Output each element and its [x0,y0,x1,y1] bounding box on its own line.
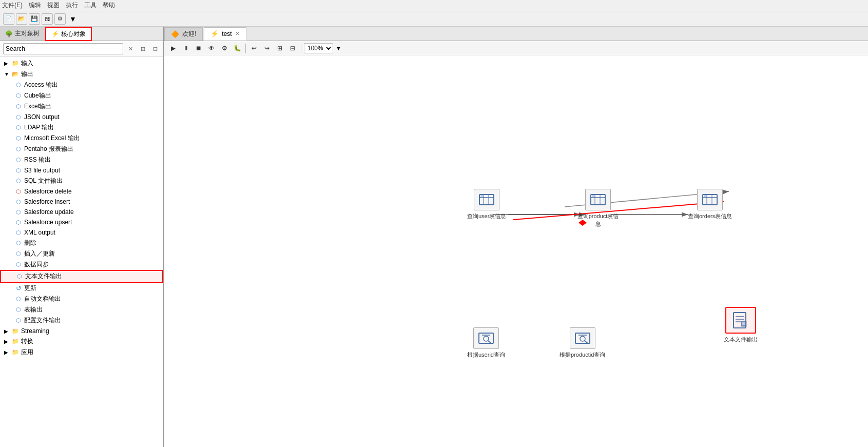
new-button[interactable]: 📄 [3,13,14,25]
redo-button[interactable]: ↪ [261,43,273,53]
menu-help[interactable]: 帮助 [103,1,115,10]
input-collapse-arrow[interactable]: ▶ [4,61,11,66]
settings-button[interactable]: ⚙ [54,13,66,25]
menu-tools[interactable]: 工具 [84,1,97,10]
search-bar: ✕ ⊞ ⊟ [0,41,163,57]
tree-container[interactable]: ▶ 📁 输入 ▼ 📂 输出 ⬡ Access 输出 ⬡ Cube输出 [0,57,163,447]
item-icon: ⬡ [14,92,23,100]
list-item[interactable]: ⬡ Pentaho 报表输出 [0,144,163,154]
menu-edit[interactable]: 编辑 [29,1,41,10]
list-item[interactable]: ⬡ 数据同步 [0,259,163,270]
tree-item-transform[interactable]: ▶ 📁 转换 [0,336,163,347]
grid-button[interactable]: ⊟ [287,43,298,53]
item-icon: ⬡ [14,306,23,314]
right-panel: 🔶 欢迎! ⚡ test ✕ ▶ ⏸ ⏹ 👁 ⚙ 🐛 ↩ ↪ ⊞ ⊟ 50% [164,27,868,447]
dropdown-arrow[interactable]: ▼ [69,15,76,23]
input-folder-icon: 📁 [11,60,20,68]
node-query-orders[interactable]: 查询orders表信息 [688,189,732,220]
list-item[interactable]: ⬡ Salesforce upsert [0,217,163,227]
tree-item-streaming[interactable]: ▶ 📁 Streaming [0,326,163,336]
core-objects-icon: ⚡ [51,30,59,37]
canvas-area[interactable]: 查询user表信息 查询product表信息 [164,55,868,447]
search-collapse-button[interactable]: ⊟ [150,44,160,54]
welcome-tab-label: 欢迎! [182,30,196,38]
app-label: 应用 [21,348,33,357]
tree-item-text-file-output[interactable]: ⬡ 文本文件输出 [0,270,163,283]
tab-test[interactable]: ⚡ test ✕ [204,27,246,41]
save-button[interactable]: 💾 [29,13,40,25]
menu-file[interactable]: 文件(E) [2,1,23,10]
open-button[interactable]: 📂 [16,13,27,25]
tree-item-output[interactable]: ▼ 📂 输出 [0,69,163,80]
separator [245,44,246,53]
list-item[interactable]: ↺ 更新 [0,283,163,294]
node-label: 文本文件输出 [724,336,758,343]
list-item[interactable]: ⬡ Salesforce update [0,207,163,217]
menu-view[interactable]: 视图 [47,1,60,10]
item-label: Salesforce delete [24,188,72,195]
svg-rect-23 [479,333,493,343]
item-icon: ↺ [14,284,23,293]
align-button[interactable]: ⊞ [274,43,285,53]
tree-item-input[interactable]: ▶ 📁 输入 [0,58,163,69]
search-clear-button[interactable]: ✕ [125,44,136,54]
saveas-button[interactable]: 🖫 [42,13,53,25]
undo-button[interactable]: ↩ [248,43,260,53]
item-label: XML output [24,229,55,236]
tree-item-app[interactable]: ▶ 📁 应用 [0,347,163,358]
node-query-user[interactable]: 查询user表信息 [467,189,506,220]
menu-run[interactable]: 执行 [66,1,78,10]
list-item[interactable]: ⬡ 配置文件输出 [0,315,163,326]
zoom-select[interactable]: 50% 75% 100% 125% 150% 200% [304,43,333,53]
list-item[interactable]: ⬡ 插入／更新 [0,248,163,259]
preview-button[interactable]: 👁 [206,43,217,53]
svg-point-28 [580,336,585,341]
list-item[interactable]: ⬡ SQL 文件输出 [0,176,163,186]
separator2 [301,44,301,53]
node-text-file-output[interactable]: 文本文件输出 [724,307,758,343]
list-item[interactable]: ⬡ S3 file output [0,165,163,176]
pause-button[interactable]: ⏸ [180,43,191,53]
run-button[interactable]: ▶ [167,43,179,53]
list-item[interactable]: ⬡ Microsoft Excel 输出 [0,133,163,144]
node-icon-box [570,327,595,349]
list-item[interactable]: ⬡ Access 输出 [0,80,163,90]
stop-button[interactable]: ⏹ [193,43,204,53]
streaming-collapse-arrow[interactable]: ▶ [4,328,11,334]
list-item[interactable]: ⬡ Cube输出 [0,90,163,101]
item-icon: ⬡ [14,218,23,226]
list-item[interactable]: ⬡ LDAP 输出 [0,122,163,133]
debug-button[interactable]: 🐛 [232,43,243,53]
tab-close-button[interactable]: ✕ [235,30,240,37]
list-item[interactable]: ⬡ 删除 [0,238,163,248]
list-item[interactable]: ⬡ XML output [0,227,163,238]
svg-rect-12 [480,195,483,197]
output-collapse-arrow[interactable]: ▼ [4,71,11,77]
transform-folder-icon: 📁 [11,338,20,346]
list-item[interactable]: ⬡ RSS 输出 [0,154,163,165]
step-button[interactable]: ⚙ [219,43,230,53]
node-icon-box [585,189,611,210]
list-item[interactable]: ⬡ JSON output [0,112,163,122]
search-expand-button[interactable]: ⊞ [138,44,148,54]
left-tab-bar: 🌳 主对象树 ⚡ 核心对象 [0,27,163,41]
app-collapse-arrow[interactable]: ▶ [4,349,11,355]
search-input[interactable] [3,43,123,54]
node-query-product[interactable]: 查询product表信息 [575,189,621,228]
table-icon [590,192,606,207]
list-item[interactable]: ⬡ Salesforce delete [0,186,163,197]
tab-core-objects[interactable]: ⚡ 核心对象 [45,27,92,41]
node-query-userid[interactable]: 根据userid查询 [467,327,505,359]
item-icon: ⬡ [14,81,23,89]
list-item[interactable]: ⬡ Salesforce insert [0,197,163,207]
list-item[interactable]: ⬡ Excel输出 [0,101,163,112]
svg-rect-27 [575,333,590,343]
transform-collapse-arrow[interactable]: ▶ [4,339,11,344]
tab-welcome[interactable]: 🔶 欢迎! [164,27,203,41]
node-query-productid[interactable]: 根据productid查询 [560,327,605,359]
list-item[interactable]: ⬡ 自动文档输出 [0,294,163,304]
zoom-dropdown-arrow[interactable]: ▼ [336,45,341,51]
tab-main-tree[interactable]: 🌳 主对象树 [0,27,45,41]
list-item[interactable]: ⬡ 表输出 [0,304,163,315]
item-label: Salesforce upsert [24,219,72,226]
